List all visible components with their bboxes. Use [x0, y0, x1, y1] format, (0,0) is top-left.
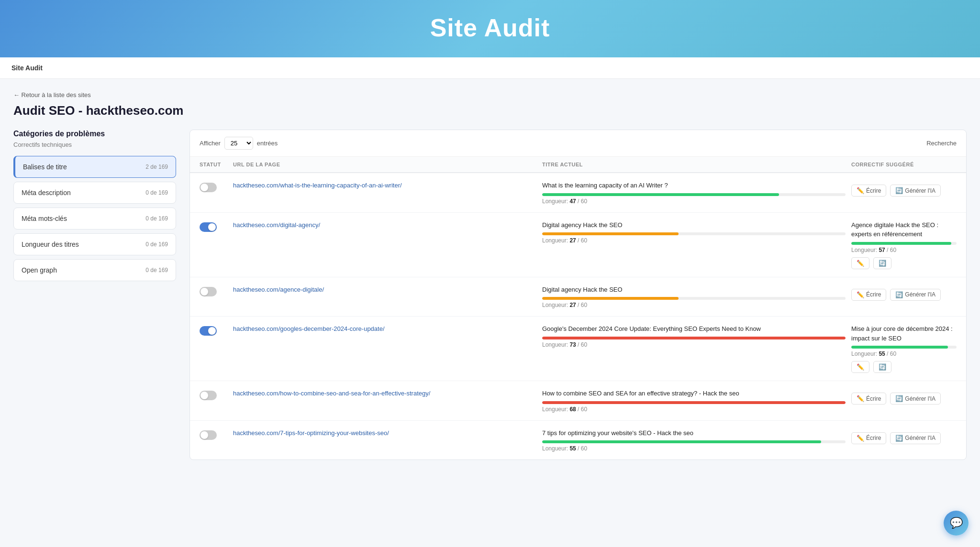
fix-text: Agence digitale Hack the SEO : experts e…: [851, 220, 957, 239]
fix-cell: ✏️ Écrire 🔄 Générer l'IA: [851, 389, 957, 405]
write-button[interactable]: ✏️ Écrire: [851, 289, 886, 301]
content-layout: Catégories de problèmes Correctifs techn…: [13, 130, 967, 460]
fix-actions: ✏️ Écrire 🔄 Générer l'IA: [851, 432, 957, 444]
refresh-button[interactable]: 🔄: [873, 361, 891, 373]
sidebar-item-label: Méta mots-clés: [22, 215, 67, 222]
pencil-icon: ✏️: [857, 260, 864, 267]
ai-icon: 🔄: [895, 435, 903, 442]
th-titre: TITRE ACTUEL: [542, 162, 851, 167]
toggle-4[interactable]: [200, 391, 217, 400]
sidebar-section-subtitle: Correctifs techniques: [13, 141, 176, 148]
refresh-icon: 🔄: [879, 260, 886, 267]
title-text: Google's December 2024 Core Update: Ever…: [542, 324, 846, 334]
generate-ai-button[interactable]: 🔄 Générer l'IA: [890, 432, 941, 444]
write-button[interactable]: ✏️ Écrire: [851, 185, 886, 197]
refresh-button[interactable]: 🔄: [873, 257, 891, 269]
toggle-1[interactable]: [200, 222, 217, 232]
table-row: hacktheseo.com/digital-agency/ Digital a…: [190, 213, 966, 277]
sidebar-item-count: 0 de 169: [145, 215, 168, 222]
sidebar-item-label: Balises de titre: [23, 163, 67, 171]
generate-ai-button[interactable]: 🔄 Générer l'IA: [890, 185, 941, 197]
pencil-icon: ✏️: [857, 363, 864, 371]
generate-ai-button[interactable]: 🔄 Générer l'IA: [890, 289, 941, 301]
toggle-2[interactable]: [200, 287, 217, 296]
pencil-icon: ✏️: [857, 395, 864, 402]
sidebar-item-count: 0 de 169: [145, 241, 168, 248]
fix-progress-wrap: [851, 346, 957, 349]
header-banner: Site Audit: [0, 0, 980, 57]
entries-select[interactable]: 25 50 100: [224, 137, 253, 150]
url-cell[interactable]: hacktheseo.com/7-tips-for-optimizing-you…: [233, 428, 542, 438]
progress-bar-wrap: [542, 401, 846, 404]
progress-bar-wrap: [542, 440, 846, 443]
table-row: hacktheseo.com/googles-december-2024-cor…: [190, 317, 966, 381]
toggle-3[interactable]: [200, 326, 217, 336]
fix-actions: ✏️ 🔄: [851, 257, 957, 269]
fix-actions: ✏️ Écrire 🔄 Générer l'IA: [851, 393, 957, 405]
generate-ai-button[interactable]: 🔄 Générer l'IA: [890, 393, 941, 405]
toggle-5[interactable]: [200, 430, 217, 440]
progress-bar: [542, 337, 846, 339]
back-link[interactable]: ← Retour à la liste des sites: [13, 91, 91, 98]
fix-length-text: Longueur: 57 / 60: [851, 247, 957, 253]
edit-button[interactable]: ✏️: [851, 257, 869, 269]
pencil-icon: ✏️: [857, 291, 864, 298]
sidebar-item-4[interactable]: Open graph 0 de 169: [13, 259, 176, 281]
fix-length-text: Longueur: 55 / 60: [851, 350, 957, 357]
url-cell[interactable]: hacktheseo.com/how-to-combine-seo-and-se…: [233, 389, 542, 398]
fix-text: Mise à jour core de décembre 2024 : impa…: [851, 324, 957, 343]
show-entries: Afficher 25 50 100 entrées: [200, 137, 278, 150]
refresh-icon: 🔄: [879, 363, 886, 371]
fix-actions: ✏️ 🔄: [851, 361, 957, 373]
title-text: Digital agency Hack the SEO: [542, 285, 846, 295]
toggle-0[interactable]: [200, 183, 217, 192]
progress-bar-wrap: [542, 232, 846, 235]
title-text: How to combine SEO and SEA for an effect…: [542, 389, 846, 398]
progress-bar: [542, 401, 846, 404]
page-title: Audit SEO - hacktheseo.com: [13, 103, 967, 118]
url-cell[interactable]: hacktheseo.com/googles-december-2024-cor…: [233, 324, 542, 334]
chat-bubble[interactable]: 💬: [944, 511, 969, 536]
write-button[interactable]: ✏️ Écrire: [851, 432, 886, 444]
ai-icon: 🔄: [895, 395, 903, 402]
ai-icon: 🔄: [895, 291, 903, 298]
url-cell[interactable]: hacktheseo.com/digital-agency/: [233, 220, 542, 230]
url-cell[interactable]: hacktheseo.com/what-is-the-learning-capa…: [233, 181, 542, 190]
nav-bar: Site Audit: [0, 57, 980, 79]
write-button[interactable]: ✏️ Écrire: [851, 393, 886, 405]
title-cell: Digital agency Hack the SEO Longueur: 27…: [542, 285, 851, 309]
table-row: hacktheseo.com/what-is-the-learning-capa…: [190, 173, 966, 213]
sidebar-item-0[interactable]: Balises de titre 2 de 169: [13, 156, 176, 178]
length-text: Longueur: 27 / 60: [542, 237, 846, 244]
edit-button[interactable]: ✏️: [851, 361, 869, 373]
th-correctif: CORRECTIF SUGGÉRÉ: [851, 162, 957, 167]
sidebar-item-count: 2 de 169: [145, 164, 168, 170]
title-cell: How to combine SEO and SEA for an effect…: [542, 389, 851, 413]
fix-progress-bar: [851, 242, 951, 245]
title-cell: Digital agency Hack the SEO Longueur: 27…: [542, 220, 851, 244]
length-text: Longueur: 47 / 60: [542, 198, 846, 205]
table-row: hacktheseo.com/agence-digitale/ Digital …: [190, 277, 966, 317]
progress-bar-wrap: [542, 337, 846, 339]
progress-bar: [542, 232, 679, 235]
url-cell[interactable]: hacktheseo.com/agence-digitale/: [233, 285, 542, 295]
title-cell: Google's December 2024 Core Update: Ever…: [542, 324, 851, 348]
main-container: ← Retour à la liste des sites Audit SEO …: [0, 79, 980, 471]
entries-label: entrées: [257, 140, 278, 147]
table-controls: Afficher 25 50 100 entrées Recherche: [190, 130, 966, 157]
fix-cell: ✏️ Écrire 🔄 Générer l'IA: [851, 181, 957, 197]
header-title: Site Audit: [0, 13, 980, 42]
nav-label: Site Audit: [11, 64, 43, 72]
sidebar-item-3[interactable]: Longueur des titres 0 de 169: [13, 233, 176, 255]
sidebar-item-1[interactable]: Méta description 0 de 169: [13, 182, 176, 204]
progress-bar: [542, 297, 679, 300]
fix-progress-bar: [851, 346, 948, 349]
progress-bar: [542, 440, 821, 443]
sidebar-item-2[interactable]: Méta mots-clés 0 de 169: [13, 208, 176, 230]
sidebar-item-label: Open graph: [22, 266, 57, 274]
sidebar: Catégories de problèmes Correctifs techn…: [13, 130, 176, 460]
show-label: Afficher: [200, 140, 221, 147]
title-cell: 7 tips for optimizing your website's SEO…: [542, 428, 851, 452]
sidebar-item-count: 0 de 169: [145, 189, 168, 196]
fix-progress-wrap: [851, 242, 957, 245]
